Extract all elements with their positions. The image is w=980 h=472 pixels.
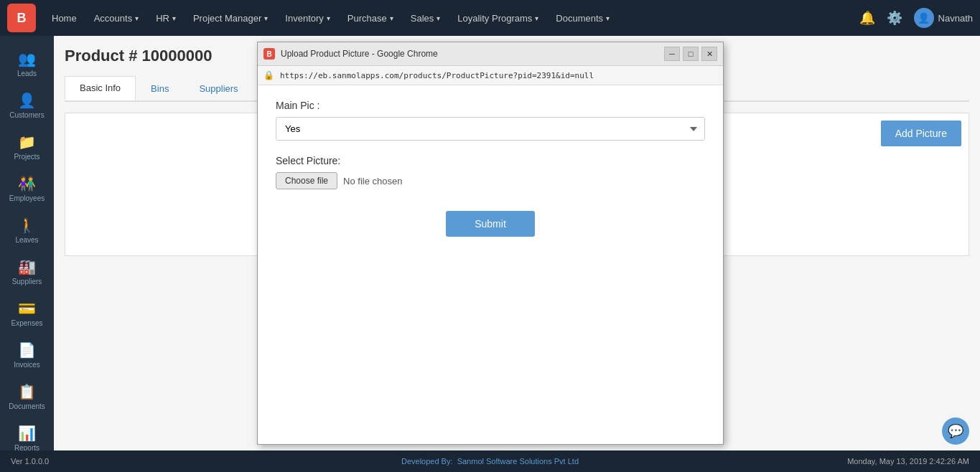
add-picture-button[interactable]: Add Picture: [881, 121, 961, 146]
tab-bins[interactable]: Bins: [136, 76, 184, 100]
sidebar-item-leads[interactable]: 👥 Leads: [0, 43, 54, 85]
settings-icon[interactable]: ⚙️: [887, 10, 902, 26]
file-name-display: No file chosen: [343, 176, 402, 187]
modal-body: Main Pic : Yes No Select Picture: Choose…: [258, 85, 723, 444]
lock-icon: 🔒: [263, 70, 274, 80]
choose-file-button[interactable]: Choose file: [276, 172, 337, 189]
modal-minimize-button[interactable]: ─: [664, 47, 680, 61]
invoices-icon: 📄: [18, 341, 36, 359]
modal-favicon: B: [263, 48, 275, 60]
nav-pur-arrow: ▾: [390, 14, 393, 22]
employees-label: Employees: [9, 194, 45, 202]
sidebar-item-invoices[interactable]: 📄 Invoices: [0, 334, 54, 376]
navbar: B Home Accounts ▾ HR ▾ Project Manager ▾…: [0, 0, 980, 36]
app-logo: B: [7, 4, 36, 32]
main-pic-group: Main Pic : Yes No: [276, 100, 705, 141]
modal-title: Upload Product Picture - Google Chrome: [281, 49, 664, 59]
leaves-icon: 🚶: [18, 217, 36, 234]
nav-hr-arrow: ▾: [172, 14, 176, 22]
nav-sales-arrow: ▾: [437, 14, 440, 22]
select-picture-group: Select Picture: Choose file No file chos…: [276, 155, 705, 189]
expenses-label: Expenses: [11, 319, 43, 327]
modal-close-button[interactable]: ✕: [701, 47, 717, 61]
nav-loyalty-arrow: ▾: [535, 14, 538, 22]
nav-pm-arrow: ▾: [264, 14, 268, 22]
navbar-right: 🔔 ⚙️ 👤 Navnath: [859, 8, 973, 28]
projects-label: Projects: [14, 153, 39, 161]
sidebar-item-suppliers[interactable]: 🏭 Suppliers: [0, 251, 54, 293]
modal-maximize-button[interactable]: □: [683, 47, 699, 61]
customers-icon: 👤: [18, 92, 36, 109]
user-name: Navnath: [938, 13, 973, 24]
nav-accounts[interactable]: Accounts ▾: [85, 0, 147, 36]
expenses-icon: 💳: [18, 300, 36, 317]
modal-controls: ─ □ ✕: [664, 47, 717, 61]
leads-icon: 👥: [18, 50, 36, 67]
nav-hr[interactable]: HR ▾: [147, 0, 185, 36]
sidebar-item-documents[interactable]: 📋 Documents: [0, 376, 54, 417]
reports-icon: 📊: [18, 425, 36, 442]
modal-url: https://eb.sanmolapps.com/products/Produ…: [280, 71, 594, 80]
nav-inv-arrow: ▾: [327, 14, 330, 22]
suppliers-icon: 🏭: [18, 258, 36, 275]
sidebar-item-customers[interactable]: 👤 Customers: [0, 85, 54, 126]
file-input-row: Choose file No file chosen: [276, 172, 705, 189]
main-pic-select[interactable]: Yes No: [276, 117, 705, 141]
notification-icon[interactable]: 🔔: [859, 10, 875, 26]
nav-accounts-arrow: ▾: [135, 14, 139, 22]
select-picture-label: Select Picture:: [276, 155, 705, 166]
sidebar-item-projects[interactable]: 📁 Projects: [0, 126, 54, 168]
sidebar-item-expenses[interactable]: 💳 Expenses: [0, 293, 54, 334]
sidebar: 👥 Leads 👤 Customers 📁 Projects 👫 Employe…: [0, 36, 54, 450]
nav-inventory[interactable]: Inventory ▾: [276, 0, 338, 36]
customers-label: Customers: [9, 111, 44, 119]
nav-project-manager[interactable]: Project Manager ▾: [185, 0, 276, 36]
reports-label: Reports: [14, 444, 39, 450]
modal-window: B Upload Product Picture - Google Chrome…: [257, 42, 724, 445]
nav-loyalty[interactable]: Loyality Programs ▾: [449, 0, 547, 36]
documents-icon: 📋: [18, 383, 36, 400]
modal-addressbar: 🔒 https://eb.sanmolapps.com/products/Pro…: [258, 66, 723, 85]
sidebar-item-employees[interactable]: 👫 Employees: [0, 168, 54, 209]
employees-icon: 👫: [18, 175, 36, 192]
invoices-label: Invoices: [14, 361, 40, 369]
user-menu[interactable]: 👤 Navnath: [914, 8, 973, 28]
chat-bubble[interactable]: 💬: [942, 417, 969, 445]
submit-button[interactable]: Submit: [446, 211, 535, 237]
nav-purchase[interactable]: Purchase ▾: [339, 0, 402, 36]
nav-docs-arrow: ▾: [606, 14, 610, 22]
suppliers-label: Suppliers: [12, 278, 42, 285]
leaves-label: Leaves: [15, 236, 38, 244]
tab-suppliers[interactable]: Suppliers: [184, 76, 253, 100]
projects-icon: 📁: [18, 133, 36, 151]
documents-label: Documents: [9, 402, 45, 410]
leads-label: Leads: [17, 70, 37, 77]
nav-sales[interactable]: Sales ▾: [402, 0, 449, 36]
sidebar-item-leaves[interactable]: 🚶 Leaves: [0, 209, 54, 251]
tab-basic-info[interactable]: Basic Info: [65, 76, 136, 100]
user-avatar: 👤: [914, 8, 934, 28]
sidebar-item-reports[interactable]: 📊 Reports: [0, 417, 54, 450]
nav-menu: Home Accounts ▾ HR ▾ Project Manager ▾ I…: [43, 0, 859, 36]
nav-home[interactable]: Home: [43, 0, 85, 36]
modal-titlebar: B Upload Product Picture - Google Chrome…: [258, 42, 723, 66]
main-pic-label: Main Pic :: [276, 100, 705, 111]
nav-documents[interactable]: Documents ▾: [547, 0, 618, 36]
